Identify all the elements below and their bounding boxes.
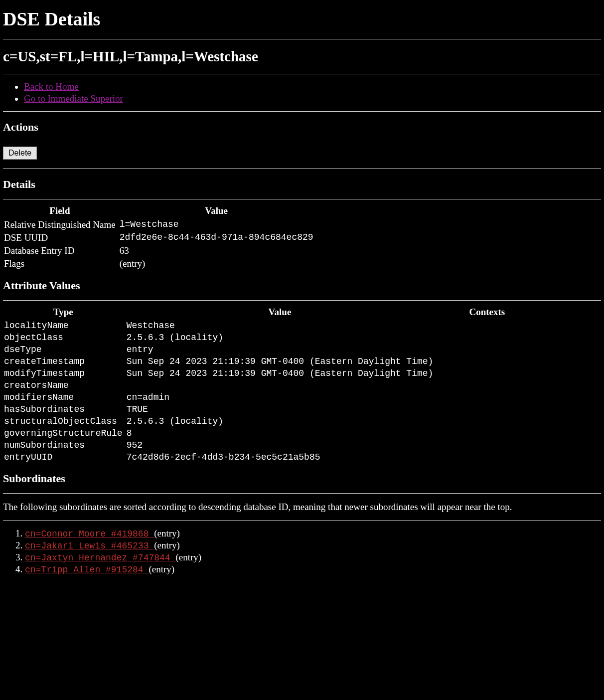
divider bbox=[3, 521, 601, 521]
subordinates-heading: Subordinates bbox=[3, 472, 601, 485]
subordinate-link[interactable]: cn=Tripp Allen #915284 bbox=[25, 565, 149, 575]
subordinate-flag: (entry) bbox=[154, 540, 180, 550]
attr-type: dseType bbox=[3, 344, 126, 355]
details-value: 2dfd2e6e-8c44-463d-971a-894c684ec829 bbox=[119, 231, 316, 244]
subordinate-flag: (entry) bbox=[175, 552, 201, 562]
attr-type: objectClass bbox=[3, 332, 126, 344]
attr-value: cn=admin bbox=[126, 391, 437, 403]
table-row: objectClass2.5.6.3 (locality) bbox=[3, 332, 540, 344]
attr-type: structuralObjectClass bbox=[3, 415, 126, 427]
details-field: Flags bbox=[3, 257, 119, 270]
table-row: entryUUID7c42d8d6-2ecf-4dd3-b234-5ec5c21… bbox=[3, 451, 540, 463]
list-item: cn=Jaxtyn Hernandez #747844 (entry) bbox=[25, 552, 601, 563]
list-item: cn=Jakari Lewis #465233 (entry) bbox=[25, 540, 601, 551]
attr-type: creatorsName bbox=[3, 379, 126, 391]
table-row: numSubordinates952 bbox=[3, 439, 540, 451]
divider bbox=[3, 39, 601, 39]
attr-header-type: Type bbox=[3, 306, 126, 320]
details-value: l=Westchase bbox=[119, 218, 316, 231]
actions-heading: Actions bbox=[3, 121, 601, 134]
attr-value bbox=[126, 379, 437, 391]
table-row: dseTypeentry bbox=[3, 344, 540, 355]
details-value: 63 bbox=[119, 244, 316, 257]
attribute-values-heading: Attribute Values bbox=[3, 279, 601, 292]
nav-list: Back to Home Go to Immediate Superior bbox=[3, 81, 601, 104]
attr-contexts bbox=[436, 403, 540, 415]
attr-contexts bbox=[436, 391, 540, 403]
back-to-home-link[interactable]: Back to Home bbox=[24, 81, 79, 92]
attr-contexts bbox=[436, 379, 540, 391]
subordinate-link[interactable]: cn=Jaxtyn Hernandez #747844 bbox=[25, 553, 175, 563]
attr-value: Westchase bbox=[126, 320, 437, 332]
go-to-superior-link[interactable]: Go to Immediate Superior bbox=[24, 93, 123, 104]
attr-contexts bbox=[436, 427, 540, 439]
details-header-value: Value bbox=[119, 204, 316, 218]
divider bbox=[3, 74, 601, 74]
list-item: cn=Tripp Allen #915284 (entry) bbox=[25, 564, 601, 575]
attr-type: entryUUID bbox=[3, 451, 126, 463]
divider bbox=[3, 199, 601, 199]
table-row: Relative Distinguished Namel=Westchase bbox=[3, 218, 316, 231]
details-header-field: Field bbox=[3, 204, 119, 218]
table-row: DSE UUID2dfd2e6e-8c44-463d-971a-894c684e… bbox=[3, 231, 316, 244]
attr-contexts bbox=[436, 332, 540, 344]
details-heading: Details bbox=[3, 178, 601, 191]
table-row: localityNameWestchase bbox=[3, 320, 540, 332]
list-item: Back to Home bbox=[24, 81, 601, 92]
divider bbox=[3, 493, 601, 494]
table-row: createTimestampSun Sep 24 2023 21:19:39 … bbox=[3, 355, 540, 367]
details-field: DSE UUID bbox=[3, 231, 119, 244]
details-value: (entry) bbox=[119, 257, 316, 270]
attr-type: localityName bbox=[3, 320, 126, 332]
subordinate-link[interactable]: cn=Jakari Lewis #465233 bbox=[25, 541, 154, 551]
attr-value: 2.5.6.3 (locality) bbox=[126, 415, 437, 427]
subordinates-list: cn=Connor Moore #419868 (entry)cn=Jakari… bbox=[3, 528, 601, 575]
attr-type: modifyTimestamp bbox=[3, 367, 126, 379]
attribute-values-table: Type Value Contexts localityNameWestchas… bbox=[3, 306, 540, 463]
table-row: structuralObjectClass2.5.6.3 (locality) bbox=[3, 415, 540, 427]
delete-button[interactable]: Delete bbox=[3, 147, 37, 160]
attr-type: modifiersName bbox=[3, 391, 126, 403]
attr-value: TRUE bbox=[126, 403, 437, 415]
dn-heading: c=US,st=FL,l=HIL,l=Tampa,l=Westchase bbox=[3, 48, 601, 65]
details-table: Field Value Relative Distinguished Namel… bbox=[3, 204, 316, 270]
list-item: cn=Connor Moore #419868 (entry) bbox=[25, 528, 601, 539]
table-row: Database Entry ID63 bbox=[3, 244, 316, 257]
attr-value: Sun Sep 24 2023 21:19:39 GMT-0400 (Easte… bbox=[126, 367, 437, 379]
table-row: hasSubordinatesTRUE bbox=[3, 403, 540, 415]
divider bbox=[3, 300, 601, 301]
attr-contexts bbox=[436, 439, 540, 451]
details-field: Relative Distinguished Name bbox=[3, 218, 119, 231]
details-field: Database Entry ID bbox=[3, 244, 119, 257]
attr-value: 8 bbox=[126, 427, 437, 439]
subordinate-link[interactable]: cn=Connor Moore #419868 bbox=[25, 529, 154, 539]
subordinates-intro: The following subordinates are sorted ac… bbox=[3, 502, 601, 513]
attr-value: 952 bbox=[126, 439, 437, 451]
attr-type: governingStructureRule bbox=[3, 427, 126, 439]
table-row: Flags(entry) bbox=[3, 257, 316, 270]
attr-contexts bbox=[436, 344, 540, 355]
attr-value: 7c42d8d6-2ecf-4dd3-b234-5ec5c21a5b85 bbox=[126, 451, 437, 463]
attr-value: 2.5.6.3 (locality) bbox=[126, 332, 437, 344]
table-row: creatorsName bbox=[3, 379, 540, 391]
attr-contexts bbox=[436, 415, 540, 427]
attr-header-contexts: Contexts bbox=[436, 306, 540, 320]
attr-type: numSubordinates bbox=[3, 439, 126, 451]
attr-contexts bbox=[436, 367, 540, 379]
attr-contexts bbox=[436, 320, 540, 332]
page-title: DSE Details bbox=[3, 8, 601, 30]
attr-type: hasSubordinates bbox=[3, 403, 126, 415]
subordinate-flag: (entry) bbox=[149, 564, 174, 574]
divider bbox=[3, 111, 601, 112]
attr-value: Sun Sep 24 2023 21:19:39 GMT-0400 (Easte… bbox=[126, 355, 437, 367]
divider bbox=[3, 169, 601, 169]
table-row: governingStructureRule8 bbox=[3, 427, 540, 439]
attr-contexts bbox=[436, 355, 540, 367]
subordinate-flag: (entry) bbox=[154, 528, 180, 538]
list-item: Go to Immediate Superior bbox=[24, 93, 601, 104]
attr-header-value: Value bbox=[126, 306, 437, 320]
table-row: modifiersNamecn=admin bbox=[3, 391, 540, 403]
attr-contexts bbox=[436, 451, 540, 463]
table-row: modifyTimestampSun Sep 24 2023 21:19:39 … bbox=[3, 367, 540, 379]
attr-value: entry bbox=[126, 344, 437, 355]
